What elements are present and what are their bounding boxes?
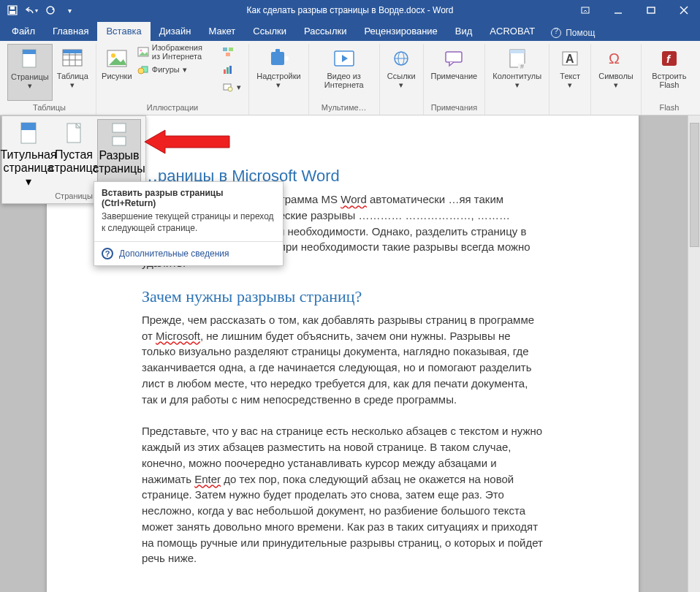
annotation-arrow — [143, 129, 231, 155]
svg-point-18 — [111, 53, 115, 58]
window-controls — [568, 0, 700, 20]
group-media-label: Мультиме… — [322, 102, 367, 113]
svg-rect-40 — [510, 50, 525, 53]
svg-rect-32 — [275, 49, 280, 53]
comment-button[interactable]: Примечание — [428, 44, 481, 101]
quick-access-toolbar: ▾ ▾ — [0, 2, 82, 18]
screenshot-icon — [222, 81, 234, 93]
svg-point-3 — [47, 7, 54, 14]
screenshot-button[interactable]: ▾ — [219, 79, 244, 95]
cover-page-button[interactable]: Титульнаястраница ▾ — [7, 119, 50, 190]
svg-rect-26 — [224, 69, 226, 74]
symbols-button[interactable]: Ω Символы▾ — [596, 44, 636, 101]
page-break-button[interactable]: Разрывстраницы — [97, 119, 141, 190]
group-addins: Надстройки▾ — [249, 44, 308, 115]
svg-rect-52 — [113, 137, 126, 145]
tab-mailings[interactable]: Рассылки — [295, 22, 355, 41]
close-icon[interactable] — [667, 0, 700, 20]
addins-button[interactable]: Надстройки▾ — [254, 44, 303, 101]
spell-microsoft: Microsoft — [156, 330, 200, 342]
svg-rect-10 — [23, 50, 36, 54]
headerfooter-button[interactable]: # Колонтитулы▾ — [490, 44, 544, 101]
scrollbar-thumb[interactable] — [690, 123, 699, 247]
tab-review[interactable]: Рецензирование — [355, 22, 446, 41]
chart-button[interactable] — [219, 61, 244, 77]
svg-rect-28 — [229, 66, 232, 74]
svg-rect-38 — [446, 52, 462, 62]
tab-references[interactable]: Ссылки — [244, 22, 295, 41]
group-addins-label — [278, 102, 280, 113]
group-links-label — [400, 102, 403, 113]
group-tables: Страницы▾ Таблица▾ Таблицы — [3, 44, 96, 115]
blank-page-button[interactable]: Пустаястраница — [52, 119, 96, 190]
flash-icon: f — [658, 47, 681, 70]
maximize-icon[interactable] — [634, 0, 667, 20]
tooltip-more-info[interactable]: ? Дополнительные сведения — [94, 242, 283, 265]
group-text-label — [569, 102, 571, 113]
svg-text:Ω: Ω — [609, 50, 620, 67]
svg-point-22 — [138, 68, 144, 74]
text-button[interactable]: A Текст▾ — [554, 44, 586, 101]
links-label: Ссылки — [387, 72, 416, 80]
tab-view[interactable]: Вид — [446, 22, 482, 41]
group-headerfooter-label — [516, 102, 518, 113]
tell-me-label: Помощ — [566, 28, 595, 38]
links-button[interactable]: Ссылки▾ — [384, 44, 419, 101]
table-button[interactable]: Таблица▾ — [54, 44, 91, 101]
online-pictures-button[interactable]: Изображения из Интернета — [134, 44, 215, 60]
group-text: A Текст▾ — [549, 44, 591, 115]
doc-paragraph-3: Представьте, что у вас на странице есть … — [142, 423, 544, 566]
redo-icon[interactable] — [42, 2, 58, 18]
smartart-button[interactable] — [219, 44, 244, 60]
links-icon — [389, 47, 413, 70]
tab-file[interactable]: Файл — [3, 22, 44, 41]
chart-icon — [222, 64, 234, 75]
svg-rect-1 — [9, 11, 15, 14]
cover-page-icon — [18, 121, 39, 147]
online-video-button[interactable]: Видео из Интернета — [313, 44, 375, 101]
app-window: ▾ ▾ Как сделать разрыв страницы в Ворде.… — [0, 0, 700, 592]
group-illustrations-label: Иллюстрации — [147, 102, 198, 113]
save-icon[interactable] — [4, 2, 20, 18]
comment-label: Примечание — [431, 72, 478, 80]
qat-customize-icon[interactable]: ▾ — [61, 2, 77, 18]
svg-rect-25 — [226, 53, 230, 56]
spell-enter: Enter — [194, 473, 221, 485]
group-media: Видео из Интернета Мультиме… — [309, 44, 380, 115]
vertical-scrollbar[interactable] — [688, 115, 700, 592]
group-comments-label: Примечания — [431, 102, 478, 113]
pictures-icon — [105, 47, 129, 70]
tab-insert[interactable]: Вставка — [97, 22, 150, 41]
table-icon — [61, 47, 84, 70]
tell-me[interactable]: Помощ — [544, 28, 602, 41]
pages-icon — [18, 48, 42, 71]
tooltip: Вставить разрыв страницы (Ctrl+Return) З… — [94, 181, 284, 266]
symbols-label: Символы — [598, 72, 634, 80]
tooltip-title: Вставить разрыв страницы (Ctrl+Return) — [94, 182, 283, 211]
svg-rect-33 — [284, 56, 289, 61]
group-symbols-label — [615, 102, 617, 113]
minimize-icon[interactable] — [601, 0, 634, 20]
title-bar: ▾ ▾ Как сделать разрыв страницы в Ворде.… — [0, 0, 700, 20]
tab-design[interactable]: Дизайн — [151, 22, 200, 41]
window-title: Как сделать разрыв страницы в Ворде.docx… — [246, 5, 453, 15]
shapes-button[interactable]: Фигуры ▾ — [134, 61, 215, 77]
svg-rect-2 — [10, 7, 15, 10]
flash-label: Встроить Flash — [649, 72, 690, 89]
tab-acrobat[interactable]: ACROBAT — [481, 22, 544, 41]
tab-home[interactable]: Главная — [44, 22, 97, 41]
ribbon-options-icon[interactable] — [568, 0, 601, 20]
pictures-button[interactable]: Рисунки — [101, 44, 133, 101]
flash-button[interactable]: f Встроить Flash — [646, 44, 693, 101]
undo-icon[interactable]: ▾ — [23, 2, 39, 18]
symbols-icon: Ω — [604, 47, 628, 70]
spell-word: Word — [341, 193, 367, 205]
pages-button[interactable]: Страницы▾ — [7, 44, 53, 101]
comment-icon — [442, 47, 465, 70]
group-illustrations: Рисунки Изображения из Интернета Фигуры … — [96, 44, 249, 115]
lightbulb-icon — [551, 28, 561, 38]
text-label: Текст — [560, 72, 580, 80]
tab-layout[interactable]: Макет — [199, 22, 244, 41]
pages-dropdown-label: Страницы — [55, 190, 93, 202]
svg-text:#: # — [520, 63, 524, 69]
